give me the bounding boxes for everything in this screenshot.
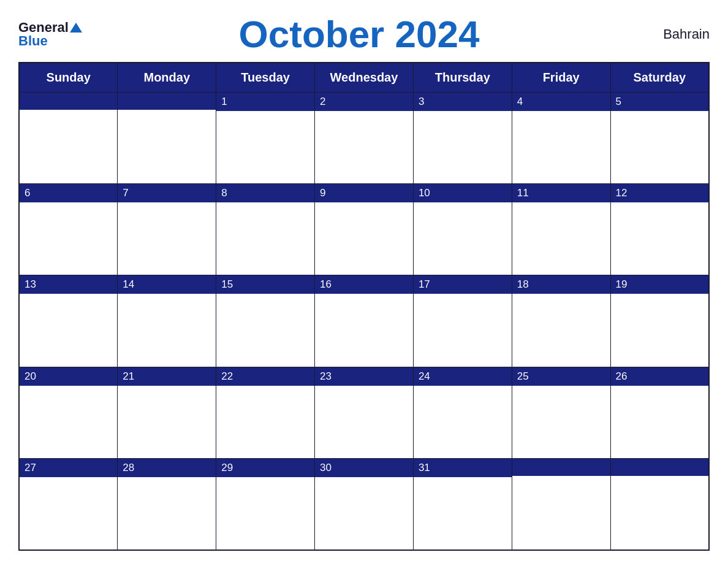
logo: General Blue [18,21,82,48]
day-content [315,202,413,264]
day-content [118,202,216,264]
day-number: 29 [216,459,314,477]
day-number: 22 [216,367,314,386]
calendar-week-row: 13141516171819 [19,275,709,367]
day-number: 25 [512,367,610,386]
day-content [414,386,512,447]
day-content [611,202,708,264]
calendar-day-cell: 30 [315,458,414,550]
calendar-week-row: 12345 [19,93,709,184]
page-header: General Blue October 2024 Bahrain [18,12,710,56]
weekday-header-saturday: Saturday [610,63,709,93]
calendar-day-cell: 27 [19,458,118,550]
weekday-header-row: SundayMondayTuesdayWednesdayThursdayFrid… [19,63,709,93]
calendar-day-cell: 13 [19,275,118,367]
calendar-day-cell [19,93,118,184]
logo-blue-text: Blue [18,34,48,48]
calendar-day-cell: 15 [216,275,315,367]
weekday-header-sunday: Sunday [19,63,118,93]
weekday-header-monday: Monday [118,63,216,93]
day-content [315,477,413,538]
calendar-day-cell: 11 [512,184,610,275]
day-content [512,386,610,447]
calendar-day-cell: 26 [610,367,709,458]
day-content [315,386,413,447]
day-number: 26 [611,367,708,386]
calendar-day-cell: 17 [413,275,512,367]
weekday-header-tuesday: Tuesday [216,63,315,93]
day-content [611,386,708,447]
day-content [20,386,117,447]
calendar-day-cell: 7 [118,184,216,275]
country-label: Bahrain [636,26,710,42]
day-content [512,294,610,355]
day-number: 10 [414,184,512,202]
calendar-day-cell: 10 [413,184,512,275]
day-empty [611,459,708,476]
day-number: 23 [315,367,413,386]
calendar-day-cell [118,93,216,184]
day-content [512,111,610,172]
day-empty [20,93,117,110]
calendar-day-cell: 24 [413,367,512,458]
day-number: 12 [611,184,708,202]
calendar-day-cell: 22 [216,367,315,458]
day-number: 9 [315,184,413,202]
day-number: 16 [315,275,413,294]
day-content [414,477,512,538]
weekday-header-wednesday: Wednesday [315,63,414,93]
day-number: 27 [20,459,117,477]
day-number: 19 [611,275,708,294]
day-content [414,202,512,264]
day-content [216,294,314,355]
day-number: 24 [414,367,512,386]
calendar-day-cell: 9 [315,184,414,275]
day-number: 21 [118,367,216,386]
weekday-header-friday: Friday [512,63,610,93]
day-number: 8 [216,184,314,202]
calendar-table: SundayMondayTuesdayWednesdayThursdayFrid… [18,62,710,551]
calendar-day-cell: 8 [216,184,315,275]
calendar-day-cell: 6 [19,184,118,275]
logo-general-text: General [18,21,69,34]
day-number: 4 [512,93,610,111]
day-content [611,111,708,172]
day-content [315,294,413,355]
calendar-day-cell: 23 [315,367,414,458]
logo-triangle-icon [70,23,82,33]
calendar-day-cell: 18 [512,275,610,367]
day-content [20,477,117,538]
day-content [118,386,216,447]
day-content [216,202,314,264]
day-content [118,294,216,355]
day-empty [512,459,610,476]
calendar-day-cell: 12 [610,184,709,275]
day-number: 14 [118,275,216,294]
day-content-empty [611,476,708,537]
calendar-day-cell: 5 [610,93,709,184]
day-number: 17 [414,275,512,294]
calendar-day-cell: 16 [315,275,414,367]
calendar-day-cell: 14 [118,275,216,367]
calendar-day-cell: 4 [512,93,610,184]
day-number: 3 [414,93,512,111]
calendar-day-cell: 2 [315,93,414,184]
calendar-day-cell: 20 [19,367,118,458]
day-number: 1 [216,93,314,111]
calendar-day-cell [610,458,709,550]
calendar-day-cell: 1 [216,93,315,184]
day-number: 30 [315,459,413,477]
calendar-day-cell: 19 [610,275,709,367]
calendar-day-cell [512,458,610,550]
day-content [216,477,314,538]
day-content [315,111,413,172]
day-content [216,386,314,447]
day-content [216,111,314,172]
calendar-day-cell: 31 [413,458,512,550]
day-content [611,294,708,355]
day-number: 15 [216,275,314,294]
day-number: 31 [414,459,512,477]
day-content [512,202,610,264]
page-title: October 2024 [82,12,636,56]
day-content-empty [118,110,216,171]
